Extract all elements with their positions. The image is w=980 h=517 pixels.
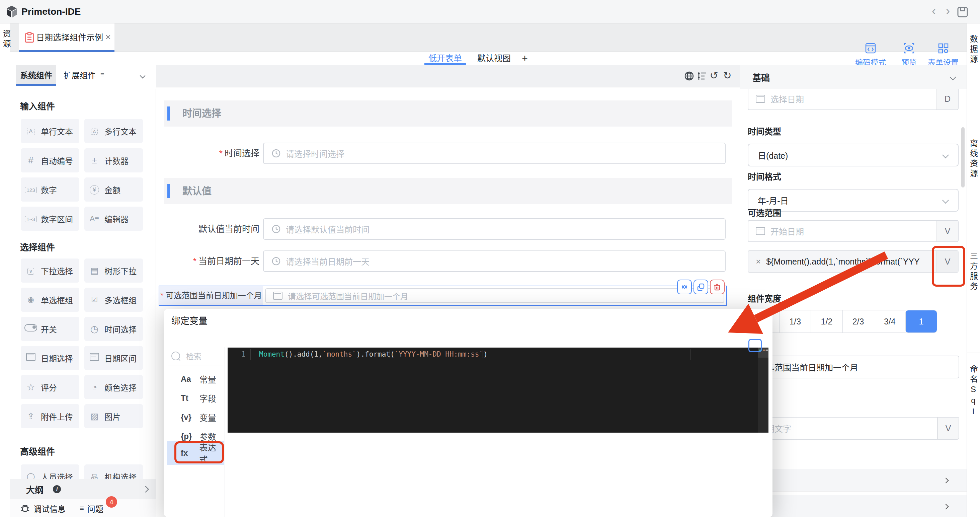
document-tab-bar <box>10 24 967 52</box>
editor-fullscreen-icon[interactable] <box>748 339 762 352</box>
component-item-attachment-upload[interactable]: ⇪附件上传 <box>21 404 80 428</box>
component-item-switch[interactable]: 开关 <box>21 317 80 341</box>
problems-list-icon: ≡ <box>80 504 84 513</box>
component-item-number-range[interactable]: 1~3数字区间 <box>21 207 80 231</box>
debug-icon <box>20 503 30 513</box>
field-title-input[interactable]: 可选范围当前日期加一个月 <box>748 356 959 378</box>
panel-scrollbar[interactable] <box>961 127 965 188</box>
debug-info-label[interactable]: 调试信息 <box>33 503 65 514</box>
field-delete-button[interactable] <box>710 279 725 294</box>
outline-expand-chevron-icon[interactable] <box>142 486 149 493</box>
i18n-globe-icon[interactable] <box>684 71 694 81</box>
shortcut-suffix[interactable]: D <box>937 88 958 110</box>
input-placeholder: 请选择时间选择 <box>286 147 344 160</box>
bind-variable-button[interactable]: V <box>937 221 958 241</box>
component-item-checkbox-group[interactable]: ☑多选框组 <box>84 288 143 312</box>
number-icon: 123 <box>21 185 41 194</box>
tab-system-components[interactable]: 系统组件 <box>16 65 56 86</box>
panel-view-toggle-icon[interactable]: ≡ <box>100 71 104 79</box>
component-item-date-picker[interactable]: 日期选择 <box>21 346 80 370</box>
component-item-color-picker[interactable]: ◔颜色选择 <box>84 375 143 399</box>
component-item-editor[interactable]: A≡编辑器 <box>84 207 143 231</box>
component-item-single-line-text[interactable]: A单行文本 <box>21 119 80 143</box>
component-item-time-picker[interactable]: ◷时间选择 <box>84 317 143 341</box>
parameter-icon: {p} <box>181 432 199 441</box>
range-plus-one-month-input[interactable]: 请选择可选范围当前日期加一个月 <box>265 288 724 303</box>
component-item-image[interactable]: ▨图片 <box>84 404 143 428</box>
editor-minimap[interactable] <box>758 348 768 432</box>
form-settings-button[interactable]: 表单设置 <box>924 43 962 68</box>
input-placeholder: 选择日期 <box>770 93 804 105</box>
preview-button[interactable]: 预览 <box>896 43 923 68</box>
code-mode-button[interactable]: 编码模式 <box>852 43 889 68</box>
component-item-auto-number[interactable]: #自动编号 <box>21 148 80 172</box>
component-item-tree-dropdown[interactable]: ▤树形下拉 <box>84 258 143 282</box>
rail-item-resources[interactable]: 资源 <box>0 29 12 49</box>
collapse-section-chevron-icon[interactable] <box>950 73 956 80</box>
field-label-default-current-time: 默认值当前时间 <box>154 218 259 240</box>
calendar-icon <box>273 292 283 300</box>
outline-row[interactable]: 大纲 i <box>10 479 156 499</box>
line-number: 1 <box>238 350 246 358</box>
width-option-full[interactable]: 1 <box>905 310 937 332</box>
date-preview-input[interactable]: 选择日期 D <box>748 88 959 110</box>
tab-extended-components[interactable]: 扩展组件 <box>60 65 100 86</box>
tab-close-icon[interactable]: × <box>102 24 114 52</box>
save-icon[interactable] <box>956 6 969 18</box>
component-item-date-range[interactable]: 日期区间 <box>84 346 143 370</box>
nav-forward-icon[interactable]: › <box>942 0 954 24</box>
form-group-header-time-select[interactable]: 时间选择 <box>164 101 732 126</box>
constant-icon: Aa <box>181 374 199 384</box>
bind-variable-button[interactable]: V <box>937 418 959 439</box>
clear-icon[interactable]: × <box>756 257 761 267</box>
help-text-input[interactable]: 说明文字 V <box>748 417 959 440</box>
tab-label: 日期选择组件示例 <box>36 24 103 52</box>
component-item-number[interactable]: 123数字 <box>21 177 80 201</box>
component-item-radio-group[interactable]: ◉单选框组 <box>21 288 80 312</box>
width-option-two-thirds[interactable]: 2/3 <box>842 310 874 332</box>
select-value: 年-月-日 <box>758 194 789 206</box>
width-option-three-quarters[interactable]: 3/4 <box>874 310 905 332</box>
component-item-currency[interactable]: ¥金额 <box>84 177 143 201</box>
field-settings-button[interactable] <box>677 279 692 294</box>
trash-icon <box>713 283 721 291</box>
collapsed-section-row[interactable] <box>740 469 967 491</box>
range-start-date-input[interactable]: 开始日期 V <box>748 220 959 242</box>
problems-label[interactable]: 问题 <box>88 503 103 514</box>
copy-icon <box>697 283 705 291</box>
time-select-input[interactable]: 请选择时间选择 <box>263 143 725 164</box>
field-copy-button[interactable] <box>694 279 708 294</box>
inspector-header-title: 基础 <box>752 71 770 83</box>
variable-tab-variable[interactable]: {v} 变量 <box>164 408 224 427</box>
rail-item-third-party-services[interactable]: 三方服务 <box>967 241 980 353</box>
form-group-header-default-value[interactable]: 默认值 <box>164 178 732 204</box>
inspector-header[interactable]: 基础 <box>740 65 967 89</box>
time-type-select[interactable]: 日(date) <box>748 144 959 166</box>
variable-search-input[interactable]: 检索 <box>171 350 221 362</box>
info-icon: i <box>53 485 61 493</box>
rail-item-named-sql[interactable]: 命名Sql <box>967 353 980 454</box>
structure-tree-icon[interactable] <box>697 71 707 81</box>
component-item-multi-line-text[interactable]: A多行文本 <box>84 119 143 143</box>
variable-tab-field[interactable]: Tt 字段 <box>164 389 224 407</box>
component-item-counter[interactable]: ±计数器 <box>84 148 143 172</box>
rail-item-datasource[interactable]: 数据源 <box>967 24 980 127</box>
day-before-current-input[interactable]: 请选择当前日期前一天 <box>263 251 725 272</box>
tab-default-view[interactable]: 默认视图 <box>471 52 517 65</box>
nav-back-icon[interactable]: ‹ <box>928 0 940 24</box>
collapsed-section-row[interactable] <box>740 495 967 517</box>
component-item-rating[interactable]: ☆评分 <box>21 375 80 399</box>
input-placeholder: 请选择可选范围当前日期加一个月 <box>288 290 408 302</box>
range-end-expression-field[interactable]: × ${Moment().add(1,`months`).format(`YYY… <box>748 250 959 273</box>
redo-icon[interactable]: ↻ <box>722 69 733 82</box>
add-view-button[interactable]: + <box>518 52 531 65</box>
default-current-time-input[interactable]: 请选择默认值当前时间 <box>263 218 725 240</box>
undo-icon[interactable]: ↺ <box>708 69 720 82</box>
app-logo-icon <box>5 5 19 19</box>
component-item-dropdown[interactable]: ∨下拉选择 <box>21 258 80 282</box>
rail-item-offline-resources[interactable]: 离线资源 <box>967 128 980 240</box>
variable-tab-constant[interactable]: Aa 常量 <box>164 370 224 388</box>
expression-code-editor[interactable]: 1 Moment().add(1,`months`).format(`YYYY-… <box>228 348 768 432</box>
width-option-half[interactable]: 1/2 <box>811 310 842 332</box>
width-option-third[interactable]: 1/3 <box>779 310 811 332</box>
